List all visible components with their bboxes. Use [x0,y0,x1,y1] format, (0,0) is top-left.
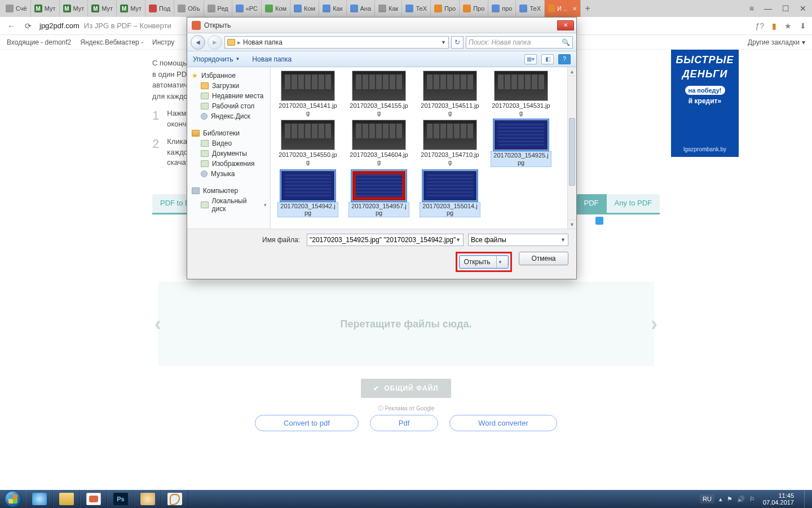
file-item[interactable]: 20170203_154141.jpg [277,71,338,116]
file-item[interactable]: 20170203_154511.jpg [420,71,480,116]
back-button[interactable]: ← [6,20,17,32]
browser-tab[interactable]: ТеХ [402,0,431,17]
file-item[interactable]: 20170203_154531.jpg [491,71,551,116]
sidebar-item-music[interactable]: Музыка [187,169,270,179]
taskbar-photoshop[interactable]: Ps [107,490,134,508]
close-icon[interactable]: ✕ [572,6,577,12]
file-item[interactable]: 20170203_154604.jpg [348,120,409,167]
path-segment[interactable]: Новая папка [243,38,283,46]
downloads-icon[interactable]: ⬇ [800,21,806,30]
font-icon[interactable]: ƒ? [755,21,764,30]
nav-forward-button[interactable]: ► [208,35,222,50]
browser-tab[interactable]: MМут [31,0,60,17]
path-field[interactable]: ▸ Новая папка ▼ [224,36,449,49]
cancel-button[interactable]: Отмена [519,252,568,265]
file-item[interactable]: 20170203_154710.jpg [420,120,480,167]
bookmark-link[interactable]: Инстру [152,38,174,46]
browser-tab[interactable]: Счё [2,0,31,17]
sidebar-group-libraries[interactable]: Библиотеки [187,127,270,138]
browser-tab-active[interactable]: И … ✕ [545,0,581,17]
browser-tab[interactable]: MМут [117,0,145,17]
maximize-icon[interactable]: ☐ [780,3,792,14]
split-chevron-icon[interactable]: ▼ [496,256,504,268]
bookmark-icon[interactable]: ★ [784,21,792,30]
taskbar-yandex[interactable] [80,490,107,508]
clock[interactable]: 11:45 07.04.2017 [760,492,797,506]
volume-icon[interactable]: 🔊 [737,496,745,503]
chevron-right-icon[interactable]: › [651,312,657,336]
sidebar-ad[interactable]: БЫСТРЫЕ ДЕНЬГИ на победу! й кредит» lgaz… [671,50,739,157]
minimize-icon[interactable]: — [762,3,774,14]
view-mode-button[interactable]: ▦▾ [524,54,537,64]
file-item[interactable]: 20170203_154550.jpg [277,120,338,167]
sidebar-item-documents[interactable]: Документы [187,148,270,159]
file-type-filter[interactable]: Все файлы ▼ [468,234,568,246]
scrollbar[interactable]: ▲ ▼ [567,67,576,229]
preview-pane-button[interactable]: ◧ [541,54,554,64]
sidebar-item-yandex-disk[interactable]: Яндекс.Диск [187,111,270,121]
new-folder-button[interactable]: Новая папка [252,55,292,63]
action-center-icon[interactable]: ⚐ [749,496,755,503]
reload-button[interactable]: ⟳ [23,20,34,32]
file-item[interactable]: 20170203_154155.jpg [348,71,409,116]
chevron-down-icon[interactable]: ▼ [456,237,461,243]
sidebar-item-recent[interactable]: Недавние места [187,91,270,101]
network-icon[interactable]: ⚑ [727,496,732,503]
ad-link[interactable]: Word converter [449,415,557,431]
scroll-down-icon[interactable]: ▼ [568,220,576,229]
sidebar-item-desktop[interactable]: Рабочий стол [187,101,270,111]
combine-button[interactable]: ✔ ОБЩИЙ ФАЙЛ [361,379,451,398]
sidebar-item-video[interactable]: Видео [187,138,270,148]
nav-back-button[interactable]: ◄ [191,35,205,50]
open-button[interactable]: Открыть ▼ [459,255,509,269]
chevron-down-icon[interactable]: ▼ [441,40,446,45]
browser-tab[interactable]: Ком [290,0,319,17]
file-item[interactable]: 20170203_155014.jpg [420,170,480,217]
dialog-close-button[interactable]: ✕ [557,20,574,30]
sidebar-item-pictures[interactable]: Изображения [187,159,270,169]
browser-tab[interactable]: «РС [232,0,262,17]
sidebar-item-local-disk[interactable]: Локальный диск▾ [187,196,270,214]
browser-tab[interactable]: MМут [88,0,117,17]
file-item[interactable]: 20170203_154957.jpg [348,170,409,217]
taskbar-snip[interactable] [161,490,188,508]
browser-tab[interactable]: ТеХ [516,0,545,17]
tray-chevron-icon[interactable]: ▴ [719,496,722,503]
bookmark-link[interactable]: Яндекс.Вебмастер - [80,38,143,46]
new-tab-button[interactable]: + [581,0,594,17]
browser-tab[interactable]: Под [145,0,174,17]
ad-link[interactable]: Convert to pdf [255,415,359,431]
help-button[interactable]: ? [558,54,571,64]
language-indicator[interactable]: RU [700,494,714,503]
organize-menu[interactable]: Упорядочить ▼ [193,55,240,63]
taskbar-app[interactable] [134,490,161,508]
browser-tab[interactable]: Объ [174,0,204,17]
filename-field[interactable]: "20170203_154925.jpg" "20170203_154942.j… [307,234,464,246]
tab-pdf[interactable]: PDF [576,194,607,213]
sidebar-item-downloads[interactable]: Загрузки [187,81,270,91]
close-window-icon[interactable]: ✕ [797,3,809,14]
sidebar-group-computer[interactable]: Компьютер [187,185,270,196]
browser-tab[interactable]: MМут [60,0,89,17]
scroll-thumb[interactable] [569,118,575,186]
file-item[interactable]: 20170203_154942.jpg [277,170,338,217]
file-item[interactable]: 20170203_154925.jpg [491,120,551,167]
refresh-button[interactable]: ↻ [451,36,464,49]
menu-icon[interactable]: ≡ [747,3,756,14]
start-button[interactable] [0,490,26,508]
browser-tab[interactable]: Как [319,0,346,17]
scroll-up-icon[interactable]: ▲ [568,67,576,76]
sidebar-group-favorites[interactable]: ★Избранное [187,69,270,81]
browser-tab[interactable]: Как [375,0,402,17]
browser-tab[interactable]: про [488,0,516,17]
taskbar-ie[interactable] [26,490,53,508]
bookmark-link[interactable]: Входящие - demonf2 [7,38,71,46]
browser-tab[interactable]: Ана [347,0,376,17]
adchoices-icon[interactable] [595,217,603,225]
taskbar-explorer[interactable] [53,490,80,508]
show-desktop-button[interactable] [804,490,810,508]
chevron-left-icon[interactable]: ‹ [155,312,161,336]
other-bookmarks[interactable]: Другие закладки ▾ [748,38,805,46]
browser-tab[interactable]: Про [431,0,460,17]
browser-tab[interactable]: Ред [204,0,232,17]
